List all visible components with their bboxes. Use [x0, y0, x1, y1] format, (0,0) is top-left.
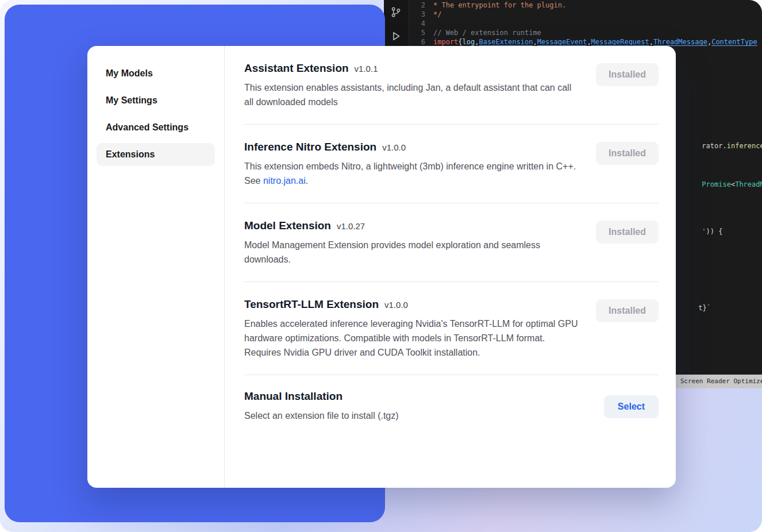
manual-installation-info: Manual Installation Select an extension …	[244, 390, 604, 423]
select-file-button[interactable]: Select	[604, 395, 659, 418]
code-token: {	[458, 37, 462, 47]
code-token: '	[702, 228, 706, 236]
code-token: BaseExtension	[479, 37, 533, 47]
settings-modal: My Models My Settings Advanced Settings …	[87, 46, 676, 488]
extension-description: Enables accelerated inference leveraging…	[244, 317, 582, 360]
extension-version: v1.0.1	[355, 64, 378, 74]
sidebar-item-my-models[interactable]: My Models	[97, 62, 215, 85]
extension-info: Inference Nitro Extensionv1.0.0 This ext…	[244, 141, 596, 188]
extension-name: Inference Nitro Extension	[244, 141, 376, 153]
sidebar-item-advanced-settings[interactable]: Advanced Settings	[97, 116, 215, 139]
extension-name: Assistant Extension	[244, 62, 349, 74]
extension-name: Model Extension	[244, 219, 331, 232]
sidebar-item-extensions[interactable]: Extensions	[97, 143, 215, 166]
extension-description: This extension embeds Nitro, a lightweig…	[244, 159, 579, 188]
installed-button[interactable]: Installed	[596, 299, 659, 322]
code-token: Promise	[702, 180, 731, 188]
code-token: rator.	[702, 142, 726, 150]
extension-info: Model Extensionv1.0.27 Model Management …	[244, 219, 596, 267]
extension-row-inference-nitro: Inference Nitro Extensionv1.0.0 This ext…	[244, 125, 659, 203]
code-token: t}	[698, 304, 706, 312]
settings-sidebar: My Models My Settings Advanced Settings …	[87, 46, 225, 488]
nitro-jan-ai-link[interactable]: nitro.jan.ai	[263, 176, 306, 186]
code-fragment: ')) {	[677, 218, 723, 245]
code-line: 2 * The entrypoint for the plugin.	[410, 1, 762, 10]
extension-name: TensortRT-LLM Extension	[244, 298, 379, 310]
sidebar-item-my-settings[interactable]: My Settings	[97, 89, 215, 112]
extension-info: TensortRT-LLM Extensionv1.0.0 Enables ac…	[244, 298, 596, 360]
installed-button[interactable]: Installed	[596, 63, 659, 86]
code-fragment: Promise<ThreadMessage>	[677, 171, 762, 198]
code-line: 3 */	[410, 10, 762, 19]
code-token: MessageRequest	[591, 37, 649, 47]
code-fragment: t}`	[674, 294, 711, 322]
installed-button[interactable]: Installed	[596, 142, 659, 165]
code-token: log	[463, 37, 475, 47]
extension-row-assistant: Assistant Extensionv1.0.1 This extension…	[244, 46, 659, 125]
manual-installation-description: Select an extension file to install (.tg…	[244, 408, 579, 423]
code-lines: 2 * The entrypoint for the plugin. 3 */ …	[410, 1, 762, 47]
code-token: )) {	[706, 228, 723, 236]
code-token: ,	[707, 37, 711, 47]
installed-button[interactable]: Installed	[596, 221, 659, 244]
line-number: 6	[410, 37, 425, 47]
line-number: 3	[410, 10, 425, 19]
extension-row-model: Model Extensionv1.0.27 Model Management …	[244, 203, 659, 282]
extension-version: v1.0.27	[337, 221, 365, 231]
extension-version: v1.0.0	[384, 300, 408, 310]
code-token: ,	[533, 37, 537, 47]
extension-version: v1.0.0	[382, 142, 406, 152]
extension-description: This extension enables assistants, inclu…	[244, 80, 579, 109]
code-token-import: import	[433, 37, 458, 47]
extension-row-tensorrt-llm: TensortRT-LLM Extensionv1.0.0 Enables ac…	[244, 282, 659, 375]
code-line: 5 // Web / extension runtime	[410, 28, 762, 37]
code-token: inference	[727, 142, 762, 150]
source-control-icon[interactable]	[390, 6, 402, 20]
description-text: .	[306, 176, 308, 186]
code-token: MessageEvent	[537, 37, 587, 47]
code-token: ,	[587, 37, 591, 47]
extension-info: Assistant Extensionv1.0.1 This extension…	[244, 62, 596, 109]
line-number: 4	[410, 19, 425, 28]
manual-installation-row: Manual Installation Select an extension …	[244, 375, 659, 438]
page-background: 2 * The entrypoint for the plugin. 3 */ …	[0, 0, 762, 532]
code-line: 6 import { log , BaseExtension , Message…	[410, 37, 762, 47]
line-number: 2	[410, 1, 425, 10]
screen-reader-chip[interactable]: Screen Reader Optimized	[676, 375, 762, 388]
line-number: 5	[410, 28, 425, 37]
code-token: ,	[475, 37, 479, 47]
code-token: ContentType	[711, 37, 757, 47]
code-token: ,	[649, 37, 653, 47]
code-text: * The entrypoint for the plugin.	[433, 1, 566, 10]
code-token: `	[707, 304, 711, 312]
manual-installation-title: Manual Installation	[244, 390, 342, 402]
code-text: // Web / extension runtime	[433, 28, 541, 37]
run-debug-icon[interactable]	[390, 30, 402, 45]
code-token: ThreadMessage	[653, 37, 707, 47]
code-fragment: rator.inference(data));	[677, 132, 762, 160]
extensions-list: Assistant Extensionv1.0.1 This extension…	[225, 46, 676, 488]
code-text: */	[433, 10, 441, 19]
code-token: ThreadMessage	[735, 180, 762, 188]
code-line: 4	[410, 19, 762, 28]
extension-description: Model Management Extension provides mode…	[244, 238, 579, 267]
